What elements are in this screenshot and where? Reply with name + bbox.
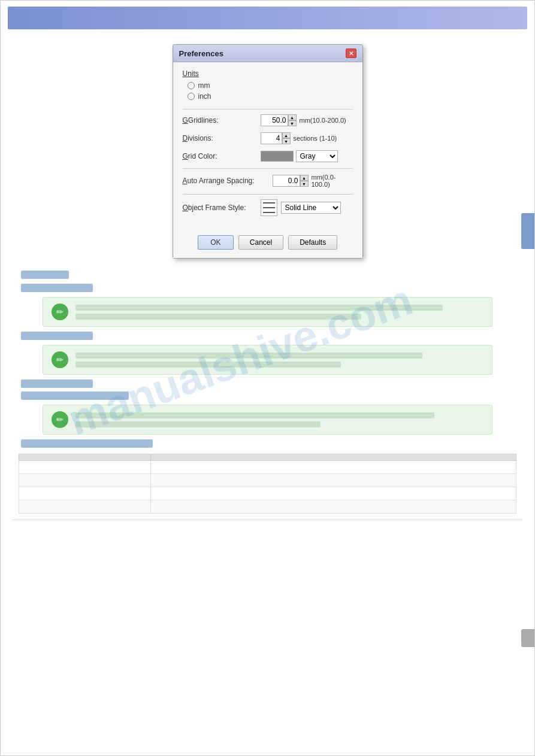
grid-color-container: Gray Black White Red Blue	[261, 150, 338, 162]
table-cell-3-1	[19, 487, 151, 500]
note-content-1	[75, 305, 483, 320]
note-line-3-1	[75, 412, 434, 418]
bottom-table	[19, 454, 516, 514]
note-icon-3: ✏	[52, 411, 68, 428]
section-block-4	[13, 379, 522, 400]
frame-line-2	[263, 207, 275, 208]
radio-inch[interactable]	[188, 93, 195, 100]
right-tab-bottom[interactable]	[521, 629, 534, 647]
gridlines-label: GGridlines:	[183, 116, 261, 125]
note-line-2-1	[75, 353, 422, 359]
text-bar-1	[21, 271, 69, 279]
radio-inch-label: inch	[198, 92, 211, 101]
table-cell-4-1	[19, 500, 151, 514]
table-cell-1-2	[151, 461, 516, 474]
text-bar-6	[21, 439, 153, 448]
auto-arrange-input[interactable]	[273, 175, 300, 187]
note-box-3: ✏	[43, 405, 492, 435]
note-box-2: ✏	[43, 345, 492, 375]
dialog-body: Units mm inch	[173, 62, 362, 229]
section-block-3	[13, 332, 522, 340]
cancel-button[interactable]: Cancel	[238, 235, 283, 250]
text-bar-3	[21, 332, 93, 340]
grid-color-select[interactable]: Gray Black White Red Blue	[296, 150, 338, 162]
gridlines-row: GGridlines: ▲ ▼ mm(10.0-200.0)	[183, 114, 353, 126]
section-block-5	[13, 439, 522, 448]
note-content-3	[75, 412, 483, 427]
bottom-separator	[13, 520, 522, 520]
gridlines-spinbox: ▲ ▼	[261, 114, 297, 126]
units-section-label: Units	[183, 69, 353, 78]
auto-arrange-spin-buttons: ▲ ▼	[300, 175, 309, 187]
section-block-1	[13, 271, 522, 279]
divisions-row: Divisions: ▲ ▼ sections (1-10)	[183, 132, 353, 144]
table-cell-2-2	[151, 474, 516, 487]
gridlines-spin-up[interactable]: ▲	[288, 114, 297, 120]
preferences-dialog: Preferences ✕ Units mm inch	[173, 44, 363, 259]
divisions-label: Divisions:	[183, 134, 261, 142]
frame-style-select[interactable]: Solid Line Dashed Line Dotted Line None	[281, 202, 341, 214]
auto-arrange-spin-down[interactable]: ▼	[300, 181, 309, 187]
table-cell-2-1	[19, 474, 151, 487]
table-cell-3-2	[151, 487, 516, 500]
frame-style-label: Object Frame Style:	[183, 204, 261, 212]
grid-color-swatch[interactable]	[261, 151, 294, 162]
dialog-title: Preferences	[179, 49, 223, 58]
radio-mm[interactable]	[188, 82, 195, 89]
table-header-col1	[19, 454, 151, 461]
table-row	[19, 487, 516, 500]
grid-color-row: Grid Color: Gray Black White Red Blue	[183, 150, 353, 162]
radio-mm-item[interactable]: mm	[188, 81, 353, 90]
radio-mm-label: mm	[198, 81, 210, 90]
divisions-spin-buttons: ▲ ▼	[282, 132, 291, 144]
divisions-unit: sections (1-10)	[294, 135, 337, 142]
table-cell-1-1	[19, 461, 151, 474]
divisions-spin-down[interactable]: ▼	[282, 138, 291, 144]
gridlines-input[interactable]	[261, 114, 288, 126]
table-row	[19, 500, 516, 514]
text-bar-4	[21, 379, 93, 388]
top-header-bar	[8, 7, 527, 29]
units-radio-group: mm inch	[183, 81, 353, 101]
divisions-spinbox: ▲ ▼	[261, 132, 291, 144]
table-row	[19, 474, 516, 487]
auto-arrange-unit: mm(0.0-100.0)	[312, 174, 353, 188]
radio-inch-item[interactable]: inch	[188, 92, 353, 101]
table-header-col2	[151, 454, 516, 461]
note-box-1: ✏	[43, 297, 492, 327]
table-row	[19, 461, 516, 474]
table-cell-4-2	[151, 500, 516, 514]
divisions-spin-up[interactable]: ▲	[282, 132, 291, 138]
section-block-2	[13, 284, 522, 292]
frame-style-container: Solid Line Dashed Line Dotted Line None	[261, 199, 341, 216]
divisions-input[interactable]	[261, 132, 282, 144]
text-bar-2	[21, 284, 93, 292]
frame-line-1	[263, 202, 275, 204]
gridlines-spin-buttons: ▲ ▼	[288, 114, 297, 126]
text-bar-5	[21, 391, 129, 400]
dialog-close-button[interactable]: ✕	[346, 48, 356, 58]
frame-lines	[263, 202, 275, 213]
auto-arrange-spin-up[interactable]: ▲	[300, 175, 309, 181]
gridlines-unit: mm(10.0-200.0)	[300, 117, 346, 124]
frame-style-icon	[261, 199, 277, 216]
pencil-icon-2: ✏	[56, 355, 64, 365]
grid-color-label: Grid Color:	[183, 152, 261, 160]
pencil-icon-1: ✏	[56, 307, 64, 317]
dialog-divider-1	[183, 109, 353, 110]
auto-arrange-label: Auto Arrange Spacing:	[183, 177, 273, 185]
note-line-1-2	[75, 314, 361, 320]
auto-arrange-spinbox: ▲ ▼	[273, 175, 309, 187]
dialog-footer: OK Cancel Defaults	[173, 229, 362, 258]
frame-style-row: Object Frame Style: So	[183, 199, 353, 216]
auto-arrange-row: Auto Arrange Spacing: ▲ ▼ mm(0.0-100.0)	[183, 174, 353, 188]
pencil-icon-3: ✏	[56, 415, 64, 424]
ok-button[interactable]: OK	[198, 235, 234, 250]
defaults-button[interactable]: Defaults	[288, 235, 337, 250]
note-icon-1: ✏	[52, 303, 68, 320]
gridlines-spin-down[interactable]: ▼	[288, 120, 297, 126]
dialog-title-bar: Preferences ✕	[173, 45, 362, 62]
frame-line-3	[263, 212, 275, 213]
dialog-divider-2	[183, 168, 353, 169]
right-tab-top[interactable]	[521, 213, 534, 249]
